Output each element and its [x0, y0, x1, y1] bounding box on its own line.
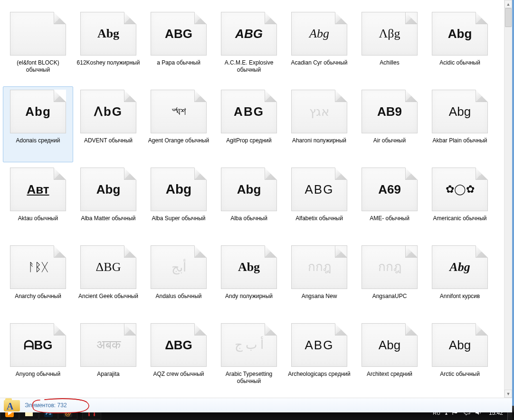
font-item[interactable]: ΔBGAncient Geek обычный	[73, 242, 143, 318]
font-preview-text: Abg	[234, 183, 264, 196]
font-item[interactable]: Abg612Koshey полужирный	[73, 9, 143, 84]
font-preview-text: أبج	[169, 261, 189, 273]
font-thumbnail: A69	[359, 166, 420, 213]
font-item[interactable]: AbgAdonais средний	[3, 86, 73, 162]
font-item[interactable]: ABGA.C.M.E. Explosive обычный	[214, 9, 284, 84]
font-preview-text: กกฎ	[305, 261, 334, 273]
font-item[interactable]: أ ب جArabic Typesetting обычный	[214, 320, 284, 396]
font-item[interactable]: ΔBGAQZ crew обычный	[143, 320, 214, 396]
svg-rect-9	[88, 413, 90, 416]
font-preview-text: AB9	[374, 105, 405, 118]
font-item[interactable]: ABGAgitProp средний	[214, 86, 284, 162]
font-item[interactable]: A69AME- обычный	[354, 164, 425, 240]
font-item[interactable]: AbgArctic обычный	[425, 320, 495, 396]
font-item[interactable]: ✿◯✿Americanic обычный	[425, 164, 495, 240]
font-item[interactable]: ৺ঘশAgent Orange обычный	[143, 86, 214, 162]
scroll-down-button[interactable]: ▼	[504, 390, 512, 398]
font-item[interactable]: ᚨᛒᚷAnarchy обычный	[3, 242, 73, 318]
font-thumbnail: أبج	[148, 243, 209, 291]
page-fold-icon	[335, 90, 347, 102]
page-icon: ABG	[291, 168, 347, 211]
page-icon: Abg	[432, 90, 488, 133]
page-icon: กกฎ	[291, 245, 347, 289]
font-item[interactable]: AbgArchitext средний	[354, 320, 425, 396]
font-thumbnail: ΔBG	[148, 321, 209, 369]
font-item[interactable]: กกฎAngsana New	[284, 242, 354, 318]
font-item[interactable]: (el&font BLOCK) обычный	[3, 9, 73, 84]
font-item[interactable]: AвтAktau обычный	[3, 164, 73, 240]
page-fold-icon	[194, 12, 207, 24]
page-icon: Abg	[432, 323, 488, 367]
file-pane[interactable]: (el&font BLOCK) обычныйAbg612Koshey полу…	[0, 0, 504, 398]
font-item[interactable]: אגץAharoni полужирный	[284, 86, 354, 162]
font-label: Adonais средний	[16, 137, 60, 144]
font-thumbnail: Aвт	[8, 166, 68, 213]
page-icon: Abg	[221, 245, 277, 289]
font-thumbnail: กกฎ	[359, 243, 420, 291]
font-item[interactable]: अबकAparajita	[73, 320, 143, 396]
font-preview-text: Abg	[376, 339, 403, 351]
font-preview-text: ᗩBG	[21, 339, 56, 351]
font-preview-text: ৺ঘশ	[169, 106, 189, 117]
font-item[interactable]: AbgAndy полужирный	[214, 242, 284, 318]
page-icon: אגץ	[291, 90, 347, 133]
font-item[interactable]: ᗩBGAnyong обычный	[3, 320, 73, 396]
font-label: Andy полужирный	[225, 293, 273, 300]
font-preview-text: Abg	[94, 183, 124, 196]
font-item[interactable]: AbgAcadian Cyr обычный	[284, 9, 354, 84]
scroll-track[interactable]	[504, 8, 512, 390]
page-fold-icon	[265, 323, 277, 336]
item-count-text: Элементов: 732	[25, 402, 67, 409]
font-item[interactable]: ABGAlfabetix обычный	[284, 164, 354, 240]
font-item[interactable]: AbgAkbar Plain обычный	[425, 86, 495, 162]
page-fold-icon	[124, 323, 136, 336]
font-item[interactable]: AbgAnnifont курсив	[425, 242, 495, 318]
page-fold-icon	[194, 245, 207, 258]
font-item[interactable]: AbgAlba Super обычный	[143, 164, 214, 240]
font-label: A.C.M.E. Explosive обычный	[216, 59, 282, 74]
font-label: ADVENT обычный	[84, 137, 133, 144]
page-icon: ৺ঘশ	[151, 90, 207, 133]
font-item[interactable]: أبجAndalus обычный	[143, 242, 214, 318]
page-fold-icon	[405, 245, 418, 258]
font-preview-text: ABG	[162, 28, 195, 40]
font-item[interactable]: กกฎAngsanaUPC	[354, 242, 425, 318]
scroll-thumb[interactable]	[505, 8, 512, 27]
font-thumbnail: אגץ	[289, 88, 350, 135]
font-item[interactable]: ABGa Papa обычный	[143, 9, 214, 84]
page-fold-icon	[54, 168, 66, 180]
page-fold-icon	[265, 245, 277, 258]
page-fold-icon	[124, 168, 136, 180]
font-item[interactable]: ABGArcheologicaps средний	[284, 320, 354, 396]
font-label: AQZ crew обычный	[153, 371, 204, 378]
font-thumbnail: ABG	[219, 88, 279, 135]
font-item[interactable]: ᐱbGADVENT обычный	[73, 86, 143, 162]
font-label: Andalus обычный	[155, 293, 201, 300]
font-item[interactable]: AbgAlba Matter обычный	[73, 164, 143, 240]
page-fold-icon	[476, 168, 488, 180]
font-thumbnail: Abg	[78, 10, 139, 57]
font-item[interactable]: ΛβgAchilles	[354, 9, 425, 84]
page-fold-icon	[265, 90, 277, 102]
font-label: Aharoni полужирный	[292, 137, 346, 144]
page-fold-icon	[194, 90, 207, 102]
font-thumbnail: Abg	[148, 166, 209, 213]
font-label: Anarchy обычный	[15, 293, 61, 300]
page-icon: Abg	[80, 168, 136, 211]
page-icon: ABG	[221, 12, 277, 56]
font-label: Aparajita	[97, 371, 119, 378]
page-fold-icon	[54, 323, 66, 336]
font-preview-text: Abg	[445, 28, 475, 40]
font-label: Anyong обычный	[16, 371, 60, 378]
font-label: Arctic обычный	[440, 371, 480, 378]
font-item[interactable]: AbgAlba обычный	[214, 164, 284, 240]
font-item[interactable]: AB9Air обычный	[354, 86, 425, 162]
page-icon: ✿◯✿	[432, 168, 488, 211]
scroll-up-button[interactable]: ▲	[504, 0, 512, 8]
page-fold-icon	[405, 12, 418, 24]
page-fold-icon	[265, 168, 277, 180]
font-item[interactable]: AbgAcidic обычный	[425, 9, 495, 84]
vertical-scrollbar[interactable]: ▲ ▼	[504, 0, 512, 398]
font-thumbnail	[8, 10, 68, 57]
page-icon: Λβg	[362, 12, 418, 56]
